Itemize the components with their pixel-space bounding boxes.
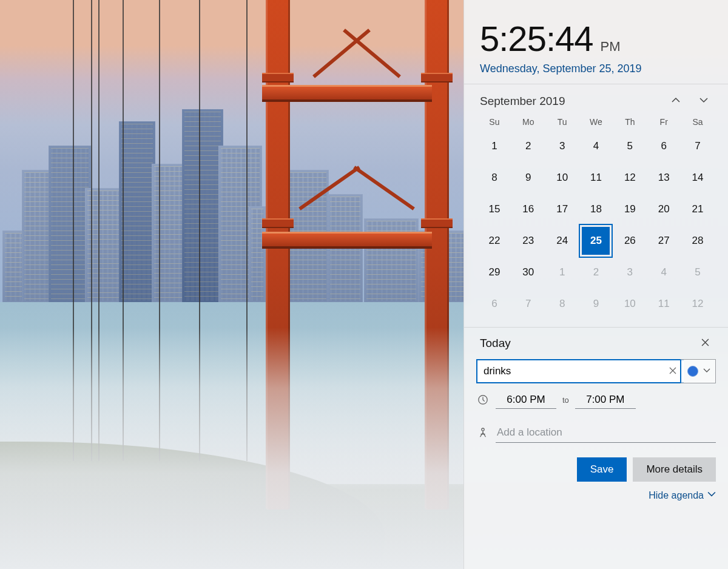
calendar-day[interactable]: 22 <box>477 225 511 257</box>
hide-agenda-toggle[interactable]: Hide agenda <box>649 490 716 501</box>
calendar-month-label[interactable]: September 2019 <box>480 95 565 108</box>
calendar-day-today[interactable]: 25 <box>579 225 613 257</box>
event-create-section: Today <box>464 328 728 482</box>
calendar-day[interactable]: 1 <box>477 130 511 162</box>
calendar-day[interactable]: 26 <box>613 225 647 257</box>
save-button[interactable]: Save <box>577 457 627 482</box>
calendar-day[interactable]: 15 <box>477 194 511 225</box>
calendar-day[interactable]: 4 <box>647 257 681 288</box>
calendar-day[interactable]: 14 <box>681 162 715 194</box>
calendar-next-month[interactable] <box>695 93 712 110</box>
calendar-day[interactable]: 5 <box>613 130 647 162</box>
calendar-day[interactable]: 11 <box>579 162 613 194</box>
calendar-dow: Tu <box>545 113 579 130</box>
calendar-day[interactable]: 23 <box>511 225 545 257</box>
calendar-day[interactable]: 6 <box>477 288 511 320</box>
calendar-day[interactable]: 3 <box>613 257 647 288</box>
calendar-day[interactable]: 6 <box>647 130 681 162</box>
calendar-dow: Mo <box>511 113 545 130</box>
calendar-day[interactable]: 20 <box>647 194 681 225</box>
more-details-button[interactable]: More details <box>633 457 716 482</box>
calendar-day[interactable]: 29 <box>477 257 511 288</box>
calendar-day[interactable]: 2 <box>511 130 545 162</box>
calendar-day[interactable]: 9 <box>579 288 613 320</box>
chevron-down-icon <box>707 490 716 501</box>
calendar-day[interactable]: 8 <box>477 162 511 194</box>
event-end-time[interactable] <box>575 391 636 409</box>
chevron-down-icon <box>699 95 709 107</box>
chevron-up-icon <box>671 95 681 107</box>
close-icon <box>669 366 676 377</box>
calendar-section: September 2019 SuMoTuWeThFrSa 1234567891… <box>464 84 728 322</box>
calendar-day[interactable]: 21 <box>681 194 715 225</box>
event-start-time[interactable] <box>496 391 556 409</box>
calendar-day[interactable]: 12 <box>613 162 647 194</box>
calendar-day[interactable]: 12 <box>681 288 715 320</box>
time-range-separator: to <box>562 396 569 405</box>
hide-agenda-label: Hide agenda <box>649 490 704 501</box>
calendar-dow: We <box>579 113 613 130</box>
event-title-input[interactable] <box>476 359 684 383</box>
calendar-day[interactable]: 27 <box>647 225 681 257</box>
calendar-day[interactable]: 7 <box>681 130 715 162</box>
calendar-day[interactable]: 30 <box>511 257 545 288</box>
location-icon <box>476 427 490 438</box>
calendar-day[interactable]: 4 <box>579 130 613 162</box>
calendar-dow: Sa <box>681 113 715 130</box>
calendar-day[interactable]: 5 <box>681 257 715 288</box>
clock-calendar-flyout: 5:25:44 PM Wednesday, September 25, 2019… <box>463 0 728 569</box>
calendar-day[interactable]: 3 <box>545 130 579 162</box>
calendar-day[interactable]: 2 <box>579 257 613 288</box>
calendar-color-picker[interactable] <box>680 359 716 383</box>
calendar-dow: Su <box>477 113 511 130</box>
close-icon <box>701 338 709 349</box>
current-time: 5:25:44 <box>480 18 593 59</box>
calendar-day[interactable]: 10 <box>545 162 579 194</box>
event-close-button[interactable] <box>698 336 712 351</box>
calendar-day[interactable]: 13 <box>647 162 681 194</box>
clock-section: 5:25:44 PM Wednesday, September 25, 2019 <box>464 0 728 84</box>
calendar-day[interactable]: 28 <box>681 225 715 257</box>
calendar-dow: Th <box>613 113 647 130</box>
chevron-down-icon <box>703 366 710 377</box>
calendar-day[interactable]: 7 <box>511 288 545 320</box>
current-date[interactable]: Wednesday, September 25, 2019 <box>480 62 712 75</box>
time-ampm: PM <box>601 39 621 55</box>
calendar-day[interactable]: 9 <box>511 162 545 194</box>
calendar-day[interactable]: 1 <box>545 257 579 288</box>
calendar-day[interactable]: 17 <box>545 194 579 225</box>
calendar-day[interactable]: 18 <box>579 194 613 225</box>
event-section-label: Today <box>480 337 511 350</box>
calendar-prev-month[interactable] <box>667 93 684 110</box>
calendar-day[interactable]: 24 <box>545 225 579 257</box>
calendar-day[interactable]: 8 <box>545 288 579 320</box>
event-location-input[interactable] <box>496 422 716 443</box>
calendar-day[interactable]: 10 <box>613 288 647 320</box>
clock-icon <box>476 394 490 405</box>
calendar-day[interactable]: 11 <box>647 288 681 320</box>
clear-title-button[interactable] <box>666 359 680 383</box>
calendar-day[interactable]: 16 <box>511 194 545 225</box>
calendar-dow: Fr <box>647 113 681 130</box>
svg-point-1 <box>482 428 484 431</box>
color-swatch-icon <box>687 366 698 377</box>
calendar-day[interactable]: 19 <box>613 194 647 225</box>
